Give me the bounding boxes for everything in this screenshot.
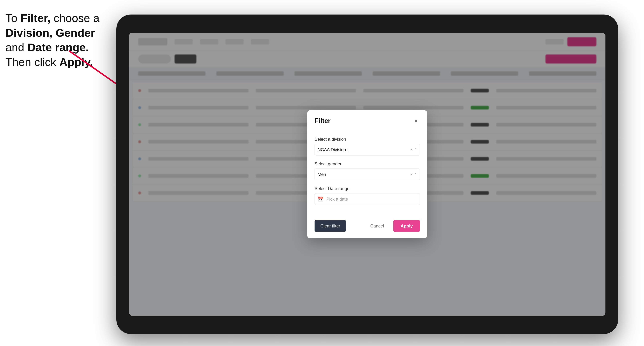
date-label: Select Date range	[314, 186, 420, 191]
gender-chevron-icon[interactable]: ⌃	[414, 173, 417, 176]
cancel-button[interactable]: Cancel	[364, 220, 390, 232]
instruction-line2: Division, Gender	[6, 26, 95, 39]
date-range-input[interactable]: 📅 Pick a date	[314, 193, 420, 205]
tablet-device: Filter × Select a division NCAA Division…	[116, 14, 618, 334]
modal-footer: Clear filter Cancel Apply	[307, 217, 427, 238]
gender-value: Men	[318, 172, 326, 177]
date-form-group: Select Date range 📅 Pick a date	[314, 186, 420, 205]
instruction-block: To Filter, choose a Division, Gender and…	[6, 11, 111, 69]
division-select-controls: × ⌃	[410, 147, 417, 152]
modal-title: Filter	[314, 117, 330, 125]
modal-body: Select a division NCAA Division I × ⌃ Se…	[307, 130, 427, 217]
instruction-line3: and Date range.	[6, 41, 89, 54]
gender-form-group: Select gender Men × ⌃	[314, 161, 420, 180]
apply-button[interactable]: Apply	[393, 220, 420, 232]
division-select[interactable]: NCAA Division I × ⌃	[314, 144, 420, 156]
division-clear-icon[interactable]: ×	[410, 147, 413, 152]
calendar-icon: 📅	[318, 196, 324, 202]
date-placeholder: Pick a date	[326, 197, 348, 202]
modal-header: Filter ×	[307, 110, 427, 130]
modal-close-button[interactable]: ×	[412, 117, 420, 125]
gender-clear-icon[interactable]: ×	[410, 172, 413, 177]
division-label: Select a division	[314, 137, 420, 142]
instruction-line4: Then click Apply.	[6, 56, 93, 68]
filter-modal: Filter × Select a division NCAA Division…	[307, 110, 427, 238]
instruction-line1: To Filter, choose a	[6, 12, 100, 24]
gender-label: Select gender	[314, 161, 420, 167]
gender-select-controls: × ⌃	[410, 172, 417, 177]
clear-filter-button[interactable]: Clear filter	[314, 220, 346, 232]
footer-actions: Cancel Apply	[364, 220, 420, 232]
division-form-group: Select a division NCAA Division I × ⌃	[314, 137, 420, 156]
gender-select[interactable]: Men × ⌃	[314, 169, 420, 180]
division-value: NCAA Division I	[318, 147, 348, 152]
division-chevron-icon[interactable]: ⌃	[414, 148, 417, 152]
tablet-screen: Filter × Select a division NCAA Division…	[129, 33, 606, 316]
